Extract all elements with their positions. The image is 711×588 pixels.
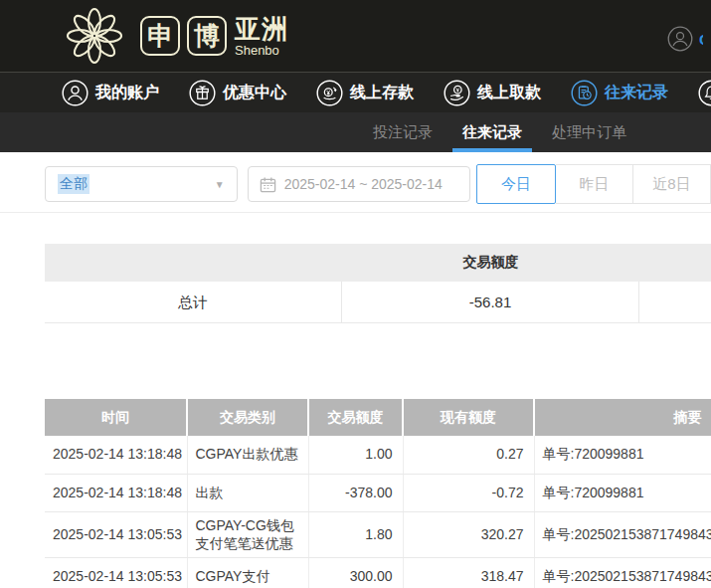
- nav-label: 优惠中心: [223, 83, 286, 103]
- chevron-down-icon: ▼: [215, 179, 225, 190]
- cell-time: 2025-02-14 13:18:48: [45, 474, 187, 511]
- cell-amount: -378.00: [308, 474, 403, 511]
- type-dropdown[interactable]: 全部 ▼: [45, 166, 238, 202]
- logo-char-bo: 博: [187, 16, 227, 56]
- cell-amount: 300.00: [308, 558, 403, 588]
- summary-total-row: 总计 -56.81: [45, 282, 711, 323]
- cell-type: CGPAY出款优惠: [187, 436, 308, 474]
- col-header-note: 摘要: [534, 399, 711, 436]
- table-row: 2025-02-14 13:18:48 CGPAY出款优惠 1.00 0.27 …: [45, 436, 711, 474]
- summary-empty-cell: [639, 282, 711, 323]
- cell-note: 单号:202502153871749843: [534, 558, 711, 588]
- sub-nav: 投注记录 往来记录 处理中订单: [0, 112, 711, 152]
- nav-item-online-withdraw[interactable]: 线上取款: [444, 80, 541, 106]
- user-icon: [62, 80, 89, 106]
- cell-balance: 320.27: [403, 511, 534, 558]
- cell-amount: 1.00: [308, 436, 403, 474]
- date-range-value: 2025-02-14 ~ 2025-02-14: [284, 176, 443, 192]
- date-range-picker[interactable]: 2025-02-14 ~ 2025-02-14: [248, 166, 470, 202]
- account-avatar-icon[interactable]: [667, 26, 693, 52]
- summary-total-label: 总计: [45, 282, 342, 323]
- cell-note: 单号:202502153871749843: [534, 511, 711, 558]
- cell-type: 出款: [187, 474, 308, 511]
- summary-header-amount: 交易额度: [342, 254, 639, 272]
- today-button[interactable]: 今日: [476, 164, 556, 204]
- logo-subtitle: Shenbo: [235, 44, 288, 57]
- col-header-time: 时间: [45, 399, 187, 436]
- transactions-header-row: 时间 交易类别 交易额度 现有额度 摘要: [45, 399, 711, 436]
- cell-time: 2025-02-14 13:05:53: [45, 511, 187, 558]
- gift-icon: [189, 80, 216, 106]
- tab-bet-records[interactable]: 投注记录: [363, 112, 443, 152]
- type-dropdown-value: 全部: [58, 174, 89, 194]
- summary-table: 交易额度 总计 -56.81: [45, 244, 711, 323]
- col-header-amount: 交易额度: [308, 399, 403, 436]
- cell-note: 单号:720099881: [534, 436, 711, 474]
- nav-item-transaction-records[interactable]: 往来记录: [571, 80, 668, 106]
- cell-type: CGPAY-CG钱包支付笔笔送优惠: [187, 511, 308, 558]
- deposit-icon: [316, 80, 343, 106]
- cell-balance: 0.27: [403, 436, 534, 474]
- table-row: 2025-02-14 13:05:53 CGPAY支付 300.00 318.4…: [45, 558, 711, 588]
- cell-amount: 1.80: [308, 511, 403, 558]
- nav-label: 我的账户: [95, 83, 159, 103]
- tab-transaction-records[interactable]: 往来记录: [452, 112, 532, 152]
- table-row: 2025-02-14 13:18:48 出款 -378.00 -0.72 单号:…: [45, 474, 711, 511]
- cell-type: CGPAY支付: [187, 558, 308, 588]
- lotus-flower-icon: [66, 7, 123, 65]
- cell-time: 2025-02-14 13:05:53: [45, 558, 187, 588]
- filter-row: 全部 ▼ 2025-02-14 ~ 2025-02-14 今日 昨日 近8日: [45, 164, 711, 204]
- header-user-area: C: [667, 26, 703, 52]
- filter-separator: [0, 212, 711, 213]
- quick-date-buttons: 今日 昨日 近8日: [476, 164, 711, 204]
- yesterday-button[interactable]: 昨日: [556, 164, 633, 204]
- records-icon: [571, 80, 598, 106]
- logo-region-text: 亚洲: [235, 16, 288, 42]
- brand-logo[interactable]: 申 博 亚洲 Shenbo: [66, 7, 288, 65]
- col-header-type: 交易类别: [187, 399, 308, 436]
- transactions-table: 时间 交易类别 交易额度 现有额度 摘要 2025-02-14 13:18:48…: [45, 399, 711, 588]
- cell-time: 2025-02-14 13:18:48: [45, 436, 187, 474]
- tab-pending-orders[interactable]: 处理中订单: [542, 112, 636, 152]
- logo-char-shen: 申: [140, 16, 180, 56]
- logo-region: 亚洲 Shenbo: [235, 16, 288, 57]
- nav-item-promotions[interactable]: 优惠中心: [189, 80, 286, 106]
- page: 申 博 亚洲 Shenbo C 我的账户: [0, 0, 711, 588]
- summary-total-value: -56.81: [342, 282, 639, 323]
- main-nav: 我的账户 优惠中心 线上存款: [0, 72, 711, 112]
- nav-item-online-deposit[interactable]: 线上存款: [316, 80, 414, 106]
- summary-header-row: 交易额度: [45, 244, 711, 282]
- username-fragment[interactable]: C: [699, 31, 703, 48]
- nav-label: 线上存款: [350, 83, 414, 103]
- table-row: 2025-02-14 13:05:53 CGPAY-CG钱包支付笔笔送优惠 1.…: [45, 511, 711, 558]
- nav-label: 线上取款: [477, 83, 541, 103]
- col-header-balance: 现有额度: [403, 399, 534, 436]
- nav-label: 往来记录: [605, 83, 668, 103]
- calendar-icon: [260, 176, 276, 193]
- nav-item-my-account[interactable]: 我的账户: [62, 80, 159, 106]
- cell-balance: 318.47: [403, 558, 534, 588]
- bell-icon: [698, 80, 711, 106]
- top-header: 申 博 亚洲 Shenbo C: [0, 0, 711, 72]
- last-8-days-button[interactable]: 近8日: [633, 164, 711, 204]
- nav-item-notifications[interactable]: [698, 80, 711, 106]
- cell-note: 单号:720099881: [534, 474, 711, 511]
- cell-balance: -0.72: [403, 474, 534, 511]
- withdraw-icon: [444, 80, 470, 106]
